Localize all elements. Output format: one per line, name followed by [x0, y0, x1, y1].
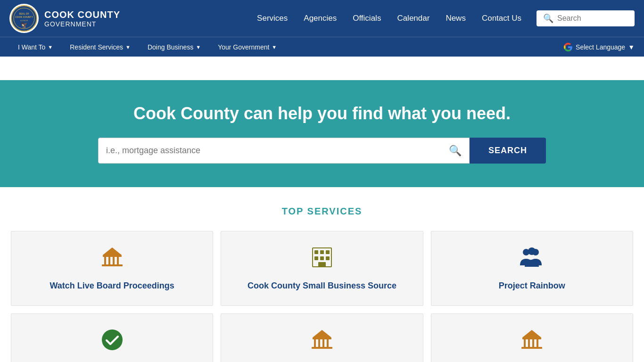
svg-point-23	[528, 247, 536, 255]
svg-rect-34	[528, 339, 530, 347]
site-logo[interactable]: SEAL OF COOK COUNTY ILLINOIS 🦅 COOK COUN…	[9, 4, 120, 33]
checkmark-icon	[100, 328, 124, 356]
chevron-down-icon: ▼	[272, 44, 277, 50]
hero-search-bar: 🔍 SEARCH	[98, 138, 546, 164]
secondary-navigation: I Want To ▼ Resident Services ▼ Doing Bu…	[0, 37, 644, 57]
service-label: Watch Live Board Proceedings	[50, 280, 174, 291]
nav-services[interactable]: Services	[251, 10, 293, 27]
chevron-down-icon: ▼	[628, 43, 635, 51]
svg-rect-26	[314, 339, 316, 347]
bank-icon	[310, 328, 334, 356]
building-icon	[310, 246, 334, 274]
service-card-small-business[interactable]: Cook County Small Business Source	[221, 231, 423, 306]
logo-emblem: SEAL OF COOK COUNTY ILLINOIS 🦅	[9, 4, 39, 33]
language-selector[interactable]: Select Language ▼	[563, 42, 635, 52]
svg-marker-31	[313, 330, 331, 337]
svg-rect-37	[521, 347, 542, 349]
nav-agencies[interactable]: Agencies	[298, 10, 342, 27]
svg-rect-15	[320, 250, 324, 254]
svg-marker-12	[103, 247, 122, 255]
chevron-down-icon: ▼	[196, 44, 201, 50]
hero-section: Cook County can help you find what you n…	[0, 80, 644, 187]
svg-rect-30	[312, 347, 332, 349]
svg-rect-11	[102, 264, 123, 266]
nav-i-want-to[interactable]: I Want To ▼	[9, 39, 61, 56]
bank-icon	[520, 328, 544, 356]
svg-rect-27	[318, 339, 320, 347]
language-label: Select Language	[576, 43, 625, 51]
hero-heading: Cook County can help you find what you n…	[9, 104, 635, 123]
nav-your-government[interactable]: Your Government ▼	[209, 39, 285, 56]
nav-doing-business[interactable]: Doing Business ▼	[139, 39, 209, 56]
svg-point-24	[102, 329, 123, 350]
svg-text:🦅: 🦅	[21, 21, 28, 28]
main-nav-links: Services Agencies Officials Calendar New…	[251, 10, 527, 27]
nav-news[interactable]: News	[440, 10, 471, 27]
svg-text:SEAL OF: SEAL OF	[19, 12, 29, 15]
svg-rect-35	[532, 339, 534, 347]
search-icon: 🔍	[543, 13, 553, 24]
nav-contact[interactable]: Contact Us	[476, 10, 527, 27]
search-icon: 🔍	[449, 145, 462, 157]
top-search-input[interactable]	[557, 14, 628, 23]
service-card-rescue-plan[interactable]: American Rescue Plan Act	[431, 313, 633, 362]
svg-rect-7	[104, 257, 106, 264]
nav-calendar[interactable]: Calendar	[391, 10, 435, 27]
service-label: Project Rainbow	[499, 280, 565, 291]
chevron-down-icon: ▼	[48, 44, 53, 50]
top-navigation: SEAL OF COOK COUNTY ILLINOIS 🦅 COOK COUN…	[0, 0, 644, 37]
svg-rect-9	[113, 257, 115, 264]
people-icon	[519, 246, 545, 274]
secondary-nav-links: I Want To ▼ Resident Services ▼ Doing Bu…	[9, 39, 285, 56]
services-grid: Watch Live Board Proceedings Cook County…	[11, 231, 633, 362]
svg-rect-20	[318, 262, 326, 267]
svg-rect-18	[320, 256, 324, 260]
hero-search-input[interactable]	[106, 138, 449, 163]
service-card-project-rainbow[interactable]: Project Rainbow	[431, 231, 633, 306]
svg-rect-17	[314, 256, 318, 260]
service-card-budget[interactable]: Current Budget Information	[221, 313, 423, 362]
hero-search-input-wrapper: 🔍	[98, 138, 470, 164]
svg-rect-19	[326, 256, 330, 260]
top-services-section: TOP SERVICES Watch Live Board Proceeding…	[0, 187, 644, 362]
svg-rect-33	[524, 339, 526, 347]
service-card-watch-live[interactable]: Watch Live Board Proceedings	[11, 231, 213, 306]
service-label: Cook County Small Business Source	[248, 280, 396, 291]
top-search-box: 🔍	[537, 10, 635, 26]
hero-search-button[interactable]: SEARCH	[470, 138, 546, 164]
svg-rect-6	[103, 255, 122, 257]
svg-rect-14	[314, 250, 318, 254]
svg-rect-8	[108, 257, 110, 264]
svg-rect-29	[327, 339, 329, 347]
site-name: COOK COUNTY GOVERNMENT	[44, 9, 120, 28]
service-card-doing-business[interactable]: Doing Business with Cook County	[11, 313, 213, 362]
svg-rect-25	[313, 337, 331, 339]
google-icon	[563, 42, 573, 52]
svg-text:COOK COUNTY: COOK COUNTY	[15, 16, 33, 18]
nav-officials[interactable]: Officials	[347, 10, 387, 27]
bank-icon	[100, 246, 124, 274]
svg-rect-28	[322, 339, 324, 347]
svg-rect-32	[522, 337, 541, 339]
svg-marker-38	[522, 330, 541, 337]
svg-rect-10	[117, 257, 119, 264]
spacer	[0, 57, 644, 80]
svg-rect-16	[326, 250, 330, 254]
svg-rect-36	[537, 339, 538, 347]
nav-resident-services[interactable]: Resident Services ▼	[61, 39, 139, 56]
top-services-heading: TOP SERVICES	[9, 206, 635, 217]
chevron-down-icon: ▼	[125, 44, 131, 50]
